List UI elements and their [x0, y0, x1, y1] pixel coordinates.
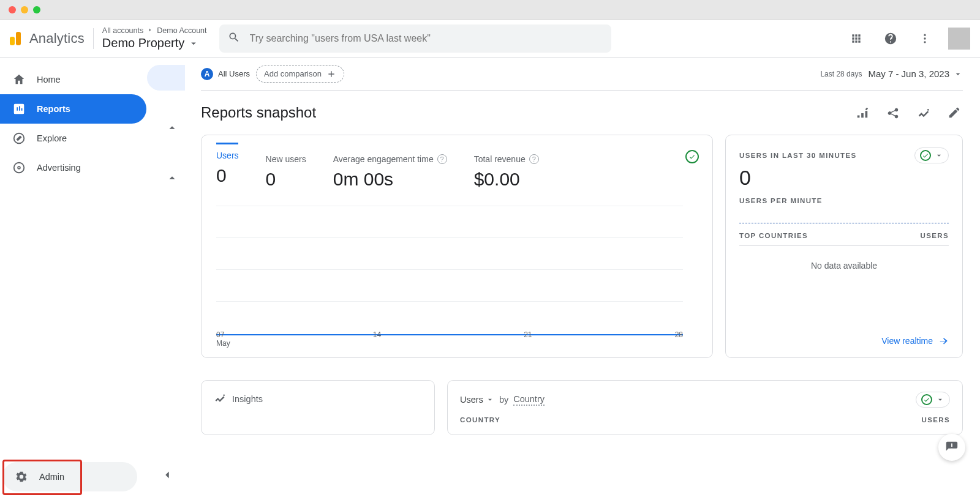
metric-value: 0: [216, 165, 239, 186]
metric-value: 0: [266, 169, 306, 190]
breadcrumb-account: Demo Account: [157, 26, 206, 35]
svg-point-6: [223, 395, 225, 397]
metric-total-revenue[interactable]: Total revenue? $0.00: [474, 147, 539, 190]
breadcrumb: All accounts Demo Account: [102, 26, 207, 35]
breakdown-picker[interactable]: Country: [513, 394, 545, 406]
country-col: COUNTRY: [460, 416, 500, 424]
caret-down-icon: [486, 395, 494, 404]
status-ok-icon[interactable]: [685, 150, 699, 163]
brand-block: Analytics: [10, 31, 85, 47]
users-col: USERS: [921, 416, 950, 424]
svg-point-5: [927, 109, 929, 111]
data-quality-menu[interactable]: [914, 147, 949, 163]
sidebar-item-label: Home: [37, 75, 61, 84]
view-realtime-link[interactable]: View realtime: [881, 335, 949, 346]
window-close-dot[interactable]: [9, 6, 16, 13]
trend-chart: 07May 14 21 28: [216, 206, 698, 346]
breadcrumb-accounts: All accounts: [102, 26, 143, 35]
metric-label: New users: [266, 154, 306, 164]
sidebar-item-home[interactable]: Home: [0, 65, 146, 94]
metrics-row: Users 0 New users 0 Average engagement t…: [216, 147, 698, 190]
metric-avg-engagement[interactable]: Average engagement time? 0m 00s: [333, 147, 447, 190]
caret-down-icon: [936, 395, 944, 404]
sidebar-item-advertising[interactable]: Advertising: [0, 153, 146, 182]
help-icon[interactable]: ?: [437, 154, 447, 164]
sidebar-item-admin[interactable]: Admin: [2, 462, 137, 491]
app-header: Analytics All accounts Demo Account Demo…: [0, 20, 980, 58]
by-label: by: [499, 395, 508, 405]
date-preset: Last 28 days: [820, 70, 862, 78]
chevron-up-icon[interactable]: [165, 171, 179, 187]
overview-card: Users 0 New users 0 Average engagement t…: [201, 135, 713, 358]
filters-row: A All Users Add comparison Last 28 days …: [201, 58, 963, 91]
chevron-right-icon: [147, 26, 153, 35]
caret-down-icon: [935, 151, 943, 160]
add-comparison-label: Add comparison: [264, 69, 322, 78]
search-input[interactable]: [249, 32, 603, 45]
data-quality-menu[interactable]: [916, 392, 950, 408]
property-picker[interactable]: All accounts Demo Account Demo Property: [102, 26, 207, 50]
sidebar: Home Reports Explore Advertising Admin: [0, 58, 147, 500]
svg-point-4: [18, 167, 20, 168]
secondary-nav: [147, 58, 185, 500]
svg-point-1: [924, 37, 925, 39]
users-by-country-card: Users by Country COUNTRY USERS: [447, 380, 963, 435]
empty-state: No data available: [739, 261, 949, 271]
feedback-button[interactable]: [938, 434, 965, 461]
metric-label: Total revenue?: [474, 154, 539, 164]
sidebar-item-label: Admin: [39, 472, 64, 482]
metric-label: Users: [216, 151, 239, 160]
header-actions: [845, 28, 970, 50]
divider: [93, 28, 94, 49]
collapse-panel-button[interactable]: [160, 468, 174, 484]
realtime-heading: USERS IN LAST 30 MINUTES: [739, 152, 857, 159]
window-zoom-dot[interactable]: [33, 6, 40, 13]
add-comparison-button[interactable]: Add comparison: [256, 65, 344, 83]
property-name: Demo Property: [102, 36, 185, 50]
top-countries-heading: TOP COUNTRIES: [739, 232, 808, 239]
insights-icon: [214, 392, 226, 406]
insights-icon[interactable]: [915, 104, 932, 121]
svg-point-2: [924, 41, 925, 43]
metric-label: Average engagement time?: [333, 154, 447, 164]
help-icon[interactable]: ?: [529, 154, 539, 164]
dimension-picker[interactable]: Users: [460, 395, 494, 405]
segment-chip[interactable]: A All Users: [201, 68, 250, 80]
metric-value: 0m 00s: [333, 169, 447, 190]
share-icon[interactable]: [884, 104, 902, 121]
per-minute-heading: USERS PER MINUTE: [739, 197, 949, 204]
sidebar-item-label: Advertising: [37, 163, 81, 173]
insights-card: Insights: [201, 380, 435, 435]
date-range: May 7 - Jun 3, 2023: [868, 69, 949, 79]
caret-down-icon: [188, 38, 199, 49]
chevron-up-icon[interactable]: [165, 121, 179, 137]
users-col-heading: USERS: [920, 232, 949, 239]
realtime-card: USERS IN LAST 30 MINUTES 0 USERS PER MIN…: [725, 135, 963, 358]
metric-users[interactable]: Users 0: [216, 147, 239, 190]
search-icon: [228, 31, 240, 46]
page-actions: [854, 104, 963, 121]
sidebar-item-explore[interactable]: Explore: [0, 124, 146, 153]
apps-icon[interactable]: [845, 28, 867, 50]
insights-title: Insights: [232, 394, 263, 404]
customize-icon[interactable]: [854, 104, 871, 121]
help-icon[interactable]: [880, 28, 902, 50]
window-minimize-dot[interactable]: [21, 6, 28, 13]
sidebar-item-label: Explore: [37, 133, 67, 143]
page-title: Reports snapshot: [201, 104, 316, 121]
kebab-icon[interactable]: [914, 28, 936, 50]
metric-new-users[interactable]: New users 0: [266, 147, 306, 190]
caret-down-icon: [953, 69, 963, 79]
secondary-nav-selected-bg: [147, 65, 185, 91]
sidebar-item-reports[interactable]: Reports: [0, 94, 146, 124]
main-content: A All Users Add comparison Last 28 days …: [185, 58, 980, 500]
segment-label: All Users: [218, 69, 250, 78]
analytics-logo-icon: [10, 32, 21, 45]
sparkline-empty: [739, 223, 949, 223]
edit-icon[interactable]: [946, 104, 963, 121]
avatar[interactable]: [948, 28, 970, 50]
window-titlebar: [0, 0, 980, 20]
search-bar[interactable]: [219, 24, 611, 53]
date-range-picker[interactable]: Last 28 days May 7 - Jun 3, 2023: [820, 69, 963, 79]
svg-point-0: [924, 34, 925, 35]
